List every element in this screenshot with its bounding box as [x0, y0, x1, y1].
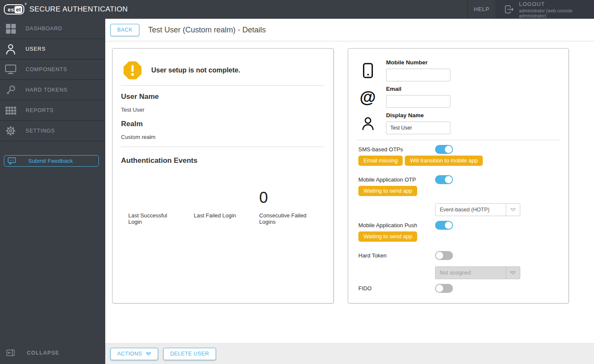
email-field: Email [386, 86, 450, 108]
registered-mark: ® [25, 3, 27, 6]
sms-otp-row: SMS-based OTPs [358, 145, 560, 154]
auth-methods: SMS-based OTPs Email missing Will transi… [357, 145, 560, 293]
sms-otp-toggle[interactable] [435, 145, 453, 154]
stat-value [194, 182, 260, 207]
display-name-input[interactable] [386, 121, 450, 134]
page-header: BACK Test User (Custom realm) - Details [105, 19, 594, 41]
mobile-app-otp-row: Mobile Application OTP [358, 175, 560, 184]
status-badge: Will transition to mobile app [405, 156, 483, 166]
user-summary-card: User setup is not complete. User Name Te… [112, 48, 334, 303]
mobile-number-field: Mobile Number [386, 59, 450, 81]
main-panel: BACK Test User (Custom realm) - Details … [105, 19, 594, 364]
topbar: es et ® SECURE AUTHENTICATION HELP LOGOU… [0, 0, 594, 19]
hard-token-assignment-value: Not assigned [435, 267, 506, 279]
user-name-label: User Name [121, 92, 325, 101]
eset-logo-text-left: es [8, 7, 14, 12]
hard-tokens-icon [5, 85, 16, 95]
sidebar-item-dashboard[interactable]: DASHBOARD [0, 19, 105, 39]
stat-value [128, 182, 194, 207]
actions-label: ACTIONS [117, 351, 142, 357]
email-row: @ Email [357, 86, 560, 108]
stat-consecutive-failed-logins: 0 Consecutive Failed Logins [259, 182, 325, 225]
sidebar-item-label: DASHBOARD [26, 26, 62, 32]
hard-token-toggle[interactable] [435, 251, 453, 260]
action-bar: ACTIONS DELETE USER [105, 343, 594, 364]
mobile-app-push-label: Mobile Application Push [358, 222, 435, 228]
otp-type-value: Event-based (HOTP) [435, 204, 506, 216]
sidebar-item-label: USERS [26, 46, 46, 52]
sidebar-item-label: REPORTS [26, 107, 54, 113]
sidebar-item-components[interactable]: COMPONENTS [0, 60, 105, 80]
mobile-number-row: Mobile Number [357, 59, 560, 81]
fido-toggle[interactable] [435, 284, 453, 293]
logout-texts: LOGOUT administrator (web console admini… [519, 1, 590, 18]
logout-button[interactable]: LOGOUT administrator (web console admini… [496, 0, 594, 19]
display-name-row: Display Name [357, 112, 560, 134]
sidebar: DASHBOARD USERS COMPONEN [0, 19, 105, 364]
realm-label: Realm [121, 120, 325, 128]
sms-otp-badges: Email missing Will transition to mobile … [358, 156, 560, 166]
stat-label: Consecutive Failed Logins [259, 213, 307, 225]
status-badge: Email missing [358, 156, 403, 166]
submit-feedback-button[interactable]: Submit Feedback [4, 155, 99, 167]
email-label: Email [386, 86, 450, 92]
stat-last-successful-login: Last Successful Login [128, 182, 194, 225]
divider [357, 140, 560, 140]
delete-user-button[interactable]: DELETE USER [163, 348, 216, 360]
users-icon [5, 43, 16, 55]
stat-value: 0 [259, 182, 325, 207]
stat-label: Last Successful Login [128, 213, 176, 225]
brand-title: SECURE AUTHENTICATION [29, 5, 128, 14]
collapse-label: COLLAPSE [27, 350, 59, 356]
display-name-label: Display Name [386, 112, 450, 118]
mobile-number-input[interactable] [386, 69, 450, 81]
user-name-value: Test User [121, 107, 325, 113]
mobile-app-push-toggle[interactable] [435, 221, 453, 230]
sidebar-item-label: COMPONENTS [26, 66, 67, 72]
fido-label: FIDO [358, 285, 435, 292]
divider [121, 147, 325, 147]
sidebar-item-hard-tokens[interactable]: HARD TOKENS [0, 80, 105, 101]
mobile-app-otp-badges: Waiting to send app [358, 186, 560, 196]
sidebar-item-reports[interactable]: REPORTS [0, 101, 105, 121]
status-badge: Waiting to send app [358, 231, 417, 242]
chevron-down-icon [506, 204, 520, 216]
warning-icon [123, 61, 142, 80]
settings-icon [5, 125, 16, 136]
mobile-app-otp-toggle[interactable] [435, 175, 453, 184]
divider [121, 85, 325, 86]
app-window: es et ® SECURE AUTHENTICATION HELP LOGOU… [0, 0, 594, 364]
otp-type-select[interactable]: Event-based (HOTP) [435, 203, 520, 216]
help-button[interactable]: HELP [468, 0, 496, 19]
email-input[interactable] [386, 95, 450, 108]
actions-button[interactable]: ACTIONS [110, 348, 158, 360]
content-area: User setup is not complete. User Name Te… [105, 41, 594, 343]
stat-last-failed-login: Last Failed Login [194, 182, 260, 225]
hard-token-assignment-select: Not assigned [435, 266, 520, 279]
eset-logo-text-right: et [14, 6, 22, 13]
collapse-button[interactable]: COLLAPSE [0, 342, 105, 364]
fido-row: FIDO [358, 284, 560, 293]
hard-token-row: Hard Token [358, 251, 560, 260]
components-icon [5, 64, 16, 75]
dashboard-icon [5, 23, 16, 34]
at-icon: @ [357, 89, 379, 105]
page-title: Test User (Custom realm) - Details [148, 26, 266, 35]
stat-label: Last Failed Login [194, 213, 242, 219]
back-button[interactable]: BACK [110, 24, 139, 36]
display-name-field: Display Name [386, 112, 450, 134]
mobile-app-push-row: Mobile Application Push [358, 221, 560, 230]
toggle-knob [436, 252, 443, 259]
auth-settings-card: Mobile Number @ Email [348, 48, 569, 303]
sidebar-nav: DASHBOARD USERS COMPONEN [0, 19, 105, 142]
sidebar-item-settings[interactable]: SETTINGS [0, 121, 105, 142]
realm-value: Custom realm [121, 134, 325, 140]
sidebar-item-label: HARD TOKENS [26, 87, 68, 93]
hard-token-label: Hard Token [358, 252, 435, 259]
auth-events-title: Authentication Events [121, 156, 325, 165]
mobile-app-otp-label: Mobile Application OTP [358, 176, 435, 183]
setup-warning: User setup is not complete. [121, 61, 325, 80]
collapse-icon [6, 350, 15, 356]
sidebar-item-users[interactable]: USERS [0, 39, 105, 60]
brand: es et ® SECURE AUTHENTICATION [0, 0, 128, 19]
